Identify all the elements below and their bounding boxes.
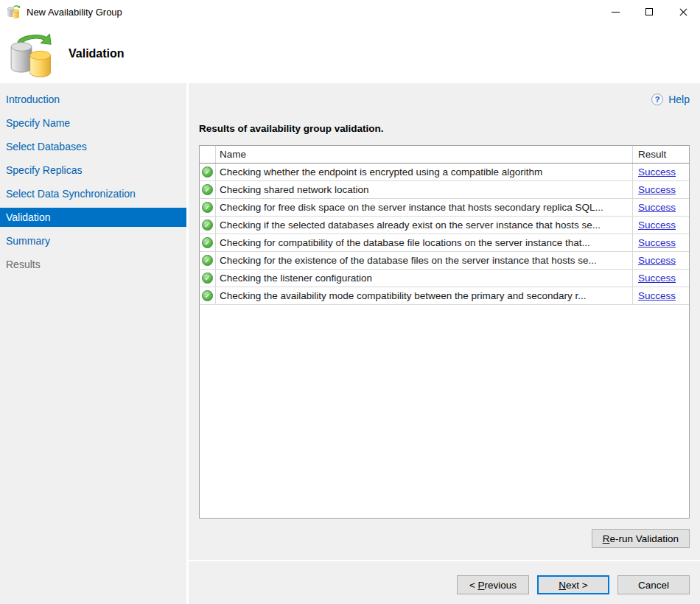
maximize-button[interactable] <box>632 0 666 24</box>
sidebar-item-results: Results <box>0 253 186 276</box>
validation-check-name: Checking the listener configuration <box>216 270 633 287</box>
result-column-header[interactable]: Result <box>633 146 689 163</box>
close-button[interactable] <box>666 0 700 24</box>
results-caption: Results of availability group validation… <box>199 123 690 134</box>
success-link[interactable]: Success <box>638 220 676 231</box>
close-icon <box>679 7 688 17</box>
table-row[interactable]: ✓ Checking if the selected databases alr… <box>200 217 689 234</box>
sidebar-item-select-databases[interactable]: Select Databases <box>0 135 186 158</box>
wizard-header: Validation <box>0 24 700 83</box>
validation-check-name: Checking whether the endpoint is encrypt… <box>216 164 633 180</box>
cancel-button[interactable]: Cancel <box>617 575 690 594</box>
table-row[interactable]: ✓ Checking for free disk space on the se… <box>200 199 689 217</box>
success-link[interactable]: Success <box>638 255 676 266</box>
database-sync-icon <box>7 30 60 77</box>
sidebar-item-select-data-synchronization[interactable]: Select Data Synchronization <box>0 182 186 206</box>
rerun-validation-button[interactable]: Re-run Validation <box>592 529 690 548</box>
validation-check-name: Checking if the selected databases alrea… <box>216 217 633 233</box>
minimize-icon <box>612 12 620 13</box>
page-title: Validation <box>69 47 125 60</box>
table-empty-area <box>200 305 689 518</box>
help-icon: ? <box>651 94 663 105</box>
success-check-icon: ✓ <box>202 166 213 178</box>
minimize-button[interactable] <box>598 0 632 24</box>
success-link[interactable]: Success <box>638 202 676 213</box>
footer-divider <box>189 560 700 561</box>
validation-check-name: Checking for compatibility of the databa… <box>216 234 633 251</box>
table-row[interactable]: ✓ Checking the listener configuration Su… <box>200 270 689 287</box>
availability-group-icon <box>6 4 21 19</box>
name-column-header[interactable]: Name <box>216 146 633 163</box>
success-check-icon: ✓ <box>202 220 213 231</box>
previous-button[interactable]: < Previous <box>457 575 529 594</box>
success-link[interactable]: Success <box>638 237 676 248</box>
success-check-icon: ✓ <box>202 202 213 213</box>
table-header-row: Name Result <box>200 146 689 164</box>
help-link[interactable]: Help <box>668 94 690 105</box>
wizard-steps-sidebar: Introduction Specify Name Select Databas… <box>0 83 186 604</box>
sidebar-item-specify-name[interactable]: Specify Name <box>0 111 186 135</box>
sidebar-item-validation[interactable]: Validation <box>0 208 186 227</box>
success-check-icon: ✓ <box>202 184 213 195</box>
sidebar-item-specify-replicas[interactable]: Specify Replicas <box>0 158 186 182</box>
success-check-icon: ✓ <box>202 290 213 301</box>
title-bar: New Availability Group <box>0 0 700 24</box>
success-check-icon: ✓ <box>202 273 213 284</box>
success-link[interactable]: Success <box>638 166 676 178</box>
maximize-icon <box>645 8 653 15</box>
validation-check-name: Checking for the existence of the databa… <box>216 252 633 269</box>
validation-check-name: Checking the availability mode compatibi… <box>216 287 633 304</box>
table-row[interactable]: ✓ Checking whether the endpoint is encry… <box>200 164 689 181</box>
new-availability-group-wizard: New Availability Group <box>0 0 700 604</box>
validation-results-table: Name Result ✓ Checking whether the endpo… <box>199 145 690 519</box>
success-check-icon: ✓ <box>202 255 213 266</box>
table-row[interactable]: ✓ Checking for compatibility of the data… <box>200 234 689 252</box>
success-link[interactable]: Success <box>638 290 676 301</box>
success-check-icon: ✓ <box>202 237 213 248</box>
sidebar-item-introduction[interactable]: Introduction <box>0 88 186 111</box>
table-row[interactable]: ✓ Checking for the existence of the data… <box>200 252 689 270</box>
table-row[interactable]: ✓ Checking the availability mode compati… <box>200 287 689 305</box>
validation-check-name: Checking for free disk space on the serv… <box>216 199 633 216</box>
success-link[interactable]: Success <box>638 273 676 284</box>
sidebar-item-summary[interactable]: Summary <box>0 229 186 253</box>
validation-content: ? Help Results of availability group val… <box>189 83 700 604</box>
window-title: New Availability Group <box>27 7 598 18</box>
validation-check-name: Checking shared network location <box>216 181 633 198</box>
table-row[interactable]: ✓ Checking shared network location Succe… <box>200 181 689 199</box>
success-link[interactable]: Success <box>638 184 676 195</box>
icon-column-header[interactable] <box>200 146 216 163</box>
next-button[interactable]: Next > <box>537 575 609 594</box>
